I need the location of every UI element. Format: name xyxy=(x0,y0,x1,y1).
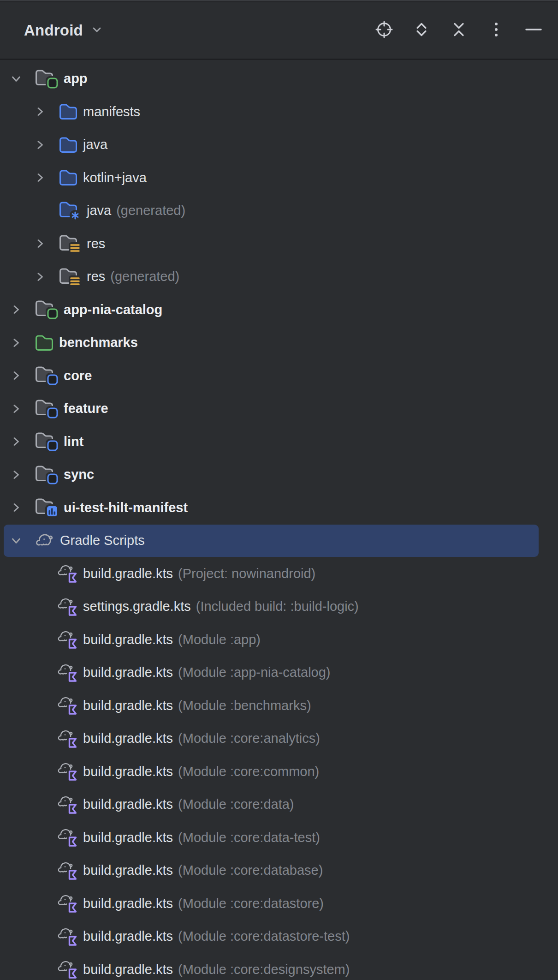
chevron-right-icon[interactable] xyxy=(34,139,58,151)
chevron-right-icon[interactable] xyxy=(10,502,34,514)
node-hint: (Included build: :build-logic) xyxy=(196,599,359,614)
chevron-right-icon[interactable] xyxy=(34,172,58,184)
chevron-right-icon[interactable] xyxy=(10,403,34,415)
node-label: manifests xyxy=(83,104,140,120)
node-label: build.gradle.kts xyxy=(83,896,173,911)
gradle-kotlin-script-icon xyxy=(56,596,78,617)
tree-row-build-gradle-kts[interactable]: build.gradle.kts(Module :core:datastore-… xyxy=(0,920,558,953)
generated-java-folder-icon xyxy=(58,200,82,221)
tree-row-build-gradle-kts[interactable]: build.gradle.kts(Module :core:analytics) xyxy=(0,722,558,755)
chevron-right-icon[interactable] xyxy=(10,370,34,382)
tool-window-header: Android xyxy=(0,2,558,59)
node-label: core xyxy=(64,368,92,383)
chevron-expanded-icon[interactable] xyxy=(10,73,34,85)
node-label: benchmarks xyxy=(59,335,138,350)
node-label: app xyxy=(64,71,88,86)
tree-row-java[interactable]: java xyxy=(0,128,558,161)
benchmark-module-folder-icon xyxy=(34,497,59,518)
tree-row-java[interactable]: java(generated) xyxy=(0,194,558,227)
tree-row-res[interactable]: res(generated) xyxy=(0,260,558,293)
tree-row-manifests[interactable]: manifests xyxy=(0,96,558,129)
chevron-right-icon[interactable] xyxy=(10,436,34,448)
node-label: Gradle Scripts xyxy=(60,533,145,548)
node-label: build.gradle.kts xyxy=(83,863,173,878)
tree-row-build-gradle-kts[interactable]: build.gradle.kts(Module :app) xyxy=(0,623,558,657)
view-selector-label: Android xyxy=(24,22,83,39)
tree-row-build-gradle-kts[interactable]: build.gradle.kts(Module :benchmarks) xyxy=(0,689,558,723)
node-hint: (Project: nowinandroid) xyxy=(178,566,315,581)
chevron-right-icon[interactable] xyxy=(34,238,58,250)
folder-blue-icon xyxy=(58,136,78,154)
gradle-kotlin-script-icon xyxy=(56,662,78,683)
node-label: build.gradle.kts xyxy=(83,566,173,581)
tree-row-app[interactable]: app xyxy=(0,62,558,96)
resources-folder-icon xyxy=(58,267,82,287)
tree-row-core[interactable]: core xyxy=(0,359,558,393)
tree-row-sync[interactable]: sync xyxy=(0,458,558,491)
node-hint: (Module :core:analytics) xyxy=(178,731,320,746)
node-hint: (Module :app) xyxy=(178,632,261,647)
tree-row-lint[interactable]: lint xyxy=(0,425,558,459)
tree-row-gradle-scripts[interactable]: Gradle Scripts xyxy=(0,524,558,557)
android-library-module-folder-icon xyxy=(34,431,59,452)
tree-row-build-gradle-kts[interactable]: build.gradle.kts(Project: nowinandroid) xyxy=(0,557,558,591)
more-options-button[interactable] xyxy=(486,20,507,41)
folder-blue-icon xyxy=(58,102,78,121)
node-label: build.gradle.kts xyxy=(83,962,173,977)
tree-row-settings-gradle-kts[interactable]: settings.gradle.kts(Included build: :bui… xyxy=(0,590,558,623)
locate-opened-file-button[interactable] xyxy=(374,20,395,41)
tree-row-feature[interactable]: feature xyxy=(0,392,558,425)
chevron-expanded-icon[interactable] xyxy=(10,535,34,547)
tree-row-benchmarks[interactable]: benchmarks xyxy=(0,326,558,359)
node-hint: (Module :core:data) xyxy=(178,797,294,812)
collapse-all-button[interactable] xyxy=(448,20,469,41)
gradle-kotlin-script-icon xyxy=(56,563,78,584)
node-hint: (Module :core:common) xyxy=(178,764,319,779)
gradle-kotlin-script-icon xyxy=(56,959,78,980)
node-label: app-nia-catalog xyxy=(64,302,162,317)
node-label: ui-test-hilt-manifest xyxy=(64,500,188,515)
chevron-right-icon[interactable] xyxy=(34,106,58,118)
tree-row-res[interactable]: res xyxy=(0,227,558,261)
resources-folder-icon xyxy=(58,233,82,254)
tree-row-build-gradle-kts[interactable]: build.gradle.kts(Module :core:data-test) xyxy=(0,821,558,855)
gradle-kotlin-script-icon xyxy=(56,926,78,947)
tree-row-app-nia-catalog[interactable]: app-nia-catalog xyxy=(0,293,558,327)
gradle-kotlin-script-icon xyxy=(56,695,78,716)
chevron-right-icon[interactable] xyxy=(10,469,34,481)
tree-row-build-gradle-kts[interactable]: build.gradle.kts(Module :app-nia-catalog… xyxy=(0,656,558,689)
tree-row-ui-test-hilt-manifest[interactable]: ui-test-hilt-manifest xyxy=(0,491,558,525)
toolbar-actions xyxy=(374,20,544,41)
gradle-kotlin-script-icon xyxy=(56,761,78,782)
node-hint: (Module :core:datastore) xyxy=(178,896,324,911)
minimize-icon xyxy=(523,19,544,42)
chevron-right-icon[interactable] xyxy=(10,337,34,349)
node-label: build.gradle.kts xyxy=(83,698,173,713)
tree-row-build-gradle-kts[interactable]: build.gradle.kts(Module :core:designsyst… xyxy=(0,953,558,980)
tree-row-build-gradle-kts[interactable]: build.gradle.kts(Module :core:data) xyxy=(0,788,558,821)
chevron-right-icon[interactable] xyxy=(10,304,34,316)
test-folder-green-icon xyxy=(34,334,54,352)
chevron-down-icon xyxy=(89,22,104,39)
chevron-right-icon[interactable] xyxy=(34,271,58,283)
gradle-kotlin-script-icon xyxy=(56,629,78,650)
expand-all-icon xyxy=(411,19,432,42)
project-tool-window: Android appmanifestsjavakotlin+java java… xyxy=(0,0,558,980)
node-label: res xyxy=(87,269,105,284)
expand-all-button[interactable] xyxy=(411,20,432,41)
tree-row-build-gradle-kts[interactable]: build.gradle.kts(Module :core:common) xyxy=(0,755,558,789)
tree-row-build-gradle-kts[interactable]: build.gradle.kts(Module :core:datastore) xyxy=(0,887,558,920)
tree-row-build-gradle-kts[interactable]: build.gradle.kts(Module :core:database) xyxy=(0,854,558,887)
node-hint: (Module :core:datastore-test) xyxy=(178,929,350,944)
android-library-module-folder-icon xyxy=(34,365,59,386)
node-hint: (Module :core:database) xyxy=(178,863,323,878)
hide-tool-window-button[interactable] xyxy=(523,20,544,41)
project-view-selector[interactable]: Android xyxy=(24,22,104,39)
locate-icon xyxy=(374,19,394,42)
node-label: build.gradle.kts xyxy=(83,665,173,680)
node-label: res xyxy=(87,236,105,251)
folder-blue-icon xyxy=(58,168,78,187)
node-label: feature xyxy=(64,401,108,416)
tree-row-kotlin+java[interactable]: kotlin+java xyxy=(0,161,558,195)
node-label: lint xyxy=(64,434,84,449)
